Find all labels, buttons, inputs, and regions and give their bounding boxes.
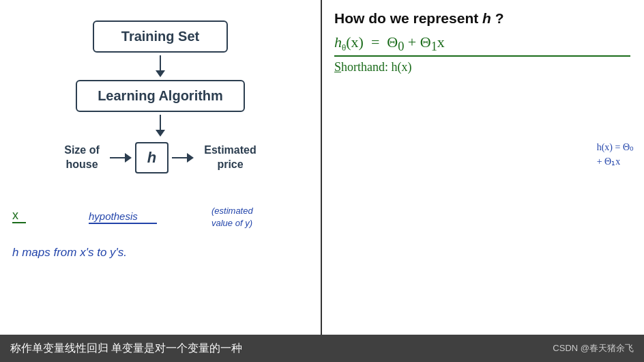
- main-content: Training Set Learning Algorithm Size ofh…: [0, 0, 644, 335]
- h-box: h: [135, 142, 169, 173]
- hypothesis-underline: [89, 223, 157, 224]
- title-text: How do we represent: [334, 10, 482, 26]
- left-panel: Training Set Learning Algorithm Size ofh…: [0, 0, 321, 335]
- arrow-down-2: [156, 115, 165, 137]
- x-annotation: x: [12, 208, 18, 223]
- training-set-label: Training Set: [121, 29, 199, 44]
- arrow-right-1: [110, 153, 132, 163]
- arrow-down-1: [156, 55, 165, 77]
- shorthand-label: Shorthand: h(x): [334, 60, 630, 74]
- arrow-right-head-2: [187, 153, 194, 163]
- formula-main: hθ(x) = Θ0 + Θ1x: [334, 33, 445, 54]
- chart-note-line2: + Θ₁x: [597, 156, 621, 167]
- arrow-right-line: [110, 157, 125, 158]
- arrow-head-2: [156, 130, 165, 137]
- arrow-right-line-2: [172, 157, 187, 158]
- hypothesis-annotation: hypothesis: [89, 210, 138, 222]
- arrow-right-2: [172, 153, 194, 163]
- arrow-head: [156, 70, 165, 77]
- arrow-line: [160, 55, 161, 70]
- bottom-flow: Size ofhouse h Estimatedprice: [14, 142, 307, 173]
- arrow-right-head: [125, 153, 132, 163]
- x-underline: [12, 222, 26, 223]
- subtitle-credit: CSDN @春天猪余飞: [553, 342, 634, 354]
- chart-note: h(x) = Θ₀ + Θ₁x: [597, 140, 634, 169]
- h-maps-annotation: h maps from x's to y's.: [12, 246, 127, 260]
- learning-algo-label: Learning Algorithm: [98, 88, 223, 103]
- slide-container: Training Set Learning Algorithm Size ofh…: [0, 0, 644, 362]
- subtitle-bar: 称作单变量线性回归 单变量是对一个变量的一种 CSDN @春天猪余飞: [0, 335, 644, 362]
- chart-note-line1: h(x) = Θ₀: [597, 142, 634, 152]
- right-panel: How do we represent h ? hθ(x) = Θ0 + Θ1x…: [321, 0, 644, 335]
- formula-underline: [334, 55, 630, 57]
- learning-algo-box: Learning Algorithm: [76, 80, 245, 112]
- estimated-price-label: Estimatedprice: [204, 143, 256, 172]
- arrow-line-2: [160, 115, 161, 130]
- formula-container: hθ(x) = Θ0 + Θ1x: [334, 33, 630, 57]
- subtitle-text: 称作单变量线性回归 单变量是对一个变量的一种: [10, 342, 242, 356]
- h-label: h: [147, 149, 156, 166]
- title-end: ?: [491, 10, 504, 26]
- how-represent-title: How do we represent h ?: [334, 10, 630, 27]
- title-h: h: [482, 10, 491, 26]
- estimated-annotation: (estimatedvalue of y): [211, 205, 253, 229]
- training-set-box: Training Set: [93, 20, 228, 53]
- size-of-house-label: Size ofhouse: [64, 143, 100, 172]
